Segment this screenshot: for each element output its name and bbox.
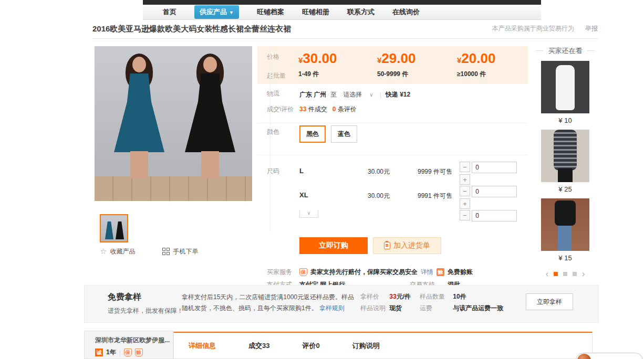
pager-next-icon[interactable]: › (582, 269, 585, 279)
order-now-button[interactable]: 立即订购 (299, 237, 368, 254)
logistics-origin: 广东 广州 (299, 90, 326, 99)
certified-badge-icon: 赊 (135, 349, 143, 356)
express-fee: 快递 ¥12 (386, 90, 410, 99)
pager-dot-2[interactable] (563, 272, 567, 276)
nav-item-contact[interactable]: 联系方式 (347, 7, 375, 17)
color-option-black[interactable]: 黑色 (299, 125, 326, 143)
plus-button[interactable]: + (460, 198, 470, 209)
chevron-down-icon: ∨ (369, 92, 373, 98)
column-divider (270, 44, 271, 232)
chat-avatar-icon (577, 354, 591, 359)
size-price: 30.00元 (368, 167, 390, 176)
related-product-1[interactable]: ¥ 10 (536, 61, 595, 124)
seller-years: 1年 (106, 348, 116, 357)
seller-card[interactable]: 深圳市龙华新区欧梦伊服... 诚 1年 | 保 赊 (84, 331, 173, 359)
cta-row: 立即订购 加入进货单 (257, 237, 528, 255)
free-sample-section: 免费拿样 进货先拿样，批发有保障！ 拿样支付后15天内，二次店铺进货满1000元… (84, 285, 599, 323)
guarantee-shield-icon: 保 (299, 268, 307, 276)
favorite-button[interactable]: ☆ 收藏产品 (100, 247, 135, 256)
product-title: 2016欧美亚马逊爆款欧美大码女装性感长裙全蕾丝连衣裙 (92, 24, 291, 34)
title-divider (92, 38, 598, 39)
tab-detail-info[interactable]: 详细信息 (189, 341, 216, 351)
color-option-blue[interactable]: 蓝色 (331, 125, 357, 143)
size-section: 尺码 L 30.00元 9999 件可售 − + XL 30.00元 9991 … (257, 160, 528, 223)
sample-description: 拿样支付后15天内，二次店铺进货满1000元返还样品费。样品随机发货，不挑色、挑… (182, 292, 355, 314)
size-name: L (299, 167, 304, 175)
tab-deals[interactable]: 成交33 (248, 341, 269, 351)
related-product-price: ¥ 25 (536, 185, 595, 193)
model-black-dress (181, 57, 239, 188)
credit-text: 免费赊账 (448, 268, 473, 277)
top-dark-bar (143, 0, 541, 5)
related-title: 买家还在看 (536, 46, 595, 56)
photo-backdrop (95, 46, 252, 201)
related-product-image (541, 130, 589, 182)
review-count[interactable]: 0 (333, 105, 336, 113)
mobile-order-button[interactable]: 手机下单 (162, 247, 198, 256)
divider-pipe: | (380, 91, 381, 99)
deal-count-suffix: 件成交 (308, 105, 327, 113)
gallery-thumbnail[interactable] (100, 214, 128, 242)
related-sidebar: 买家还在看 ¥ 10 ¥ 25 ¥ 15 ‹ › (536, 46, 595, 279)
offer-panel: 价格 起批量 ¥30.00 1-49 件 ¥29.00 50-9999 件 ¥2… (257, 46, 528, 293)
guarantee-text: 卖家支持先行赔付，保障买家交易安全 (310, 268, 418, 277)
quantity-input[interactable] (472, 186, 517, 197)
integrity-badge-icon: 诚 (95, 349, 103, 356)
clipboard-icon (384, 242, 390, 249)
nav-item-products[interactable]: 供应产品▼ (194, 5, 239, 19)
size-price: 30.00元 (368, 192, 390, 200)
tab-order-notes[interactable]: 订购说明 (352, 341, 380, 351)
related-product-price: ¥ 15 (536, 254, 595, 262)
minus-button[interactable]: − (460, 210, 470, 220)
size-row-xl: XL 30.00元 9991 件可售 − + (257, 184, 528, 208)
get-sample-button[interactable]: 立即拿样 (526, 293, 573, 310)
add-to-cart-button[interactable]: 加入进货单 (373, 237, 441, 254)
deal-count[interactable]: 33 (299, 105, 306, 113)
detail-tabs: 详细信息 成交33 评价0 订购说明 (173, 332, 593, 359)
main-product-image[interactable] (95, 46, 252, 201)
deals-label: 成交\评价 (267, 105, 294, 114)
section-divider (257, 123, 528, 123)
logistics-row: 物流 广东 广州 至 请选择 ∨ | 快递 ¥12 (257, 89, 528, 105)
shop-navbar: 首页 供应产品▼ 旺铺档案 旺铺相册 联系方式 在线询价 (143, 5, 541, 20)
nav-item-shop-album[interactable]: 旺铺相册 (302, 7, 329, 17)
pager-dot-1[interactable] (554, 272, 558, 276)
model-teal-dress (110, 57, 168, 188)
sample-price-value: 33 (389, 293, 396, 300)
review-count-suffix: 条评价 (338, 105, 357, 113)
color-row: 颜色 黑色 蓝色 (257, 128, 528, 151)
seller-name[interactable]: 深圳市龙华新区欧梦伊服... (95, 336, 173, 345)
divider-pipe: | (119, 349, 121, 356)
quantity-input[interactable] (472, 210, 517, 221)
color-label: 颜色 (267, 128, 279, 136)
sample-rules-link[interactable]: 拿样规则 (319, 304, 345, 312)
nav-item-shop-profile[interactable]: 旺铺档案 (257, 7, 284, 17)
section-divider (257, 155, 528, 155)
destination-select[interactable]: 请选择 ∨ (341, 89, 375, 100)
seller-badges: 诚 1年 | 保 赊 (95, 348, 173, 357)
guarantee-detail-link[interactable]: 详情 (421, 268, 433, 277)
sample-ship-label: 运费 (420, 302, 451, 314)
minus-button[interactable]: − (460, 186, 470, 196)
credit-badge-icon: 赊 (437, 268, 444, 276)
chat-widget[interactable] (576, 353, 643, 359)
expand-sizes-button[interactable]: ∨ (299, 210, 318, 218)
related-product-3[interactable]: ¥ 15 (536, 198, 595, 262)
related-pager: ‹ › (536, 269, 595, 279)
report-link[interactable]: 举报 (585, 25, 598, 32)
related-product-2[interactable]: ¥ 25 (536, 130, 595, 193)
quantity-input[interactable] (472, 162, 517, 173)
tab-reviews[interactable]: 评价0 (302, 341, 319, 351)
minus-button[interactable]: − (460, 162, 470, 172)
pager-dot-3[interactable] (573, 272, 577, 276)
price-tier-3: ¥20.00 ≥10000 件 (457, 50, 495, 79)
nav-item-inquiry[interactable]: 在线询价 (392, 7, 420, 17)
buyer-service-row: 买家服务 保 卖家支持先行赔付，保障买家交易安全 详情 赊 免费赊账 (257, 268, 528, 280)
title-row: 2016欧美亚马逊爆款欧美大码女装性感长裙全蕾丝连衣裙 本产品采购属于商业贸易行… (92, 24, 598, 38)
pager-prev-icon[interactable]: ‹ (546, 269, 548, 279)
plus-button[interactable]: + (460, 174, 470, 185)
sample-desc-value: 现货 (389, 304, 402, 312)
sample-desc-label: 样品说明 (360, 302, 388, 314)
nav-item-home[interactable]: 首页 (163, 7, 176, 17)
sample-title: 免费拿样 (108, 292, 141, 303)
